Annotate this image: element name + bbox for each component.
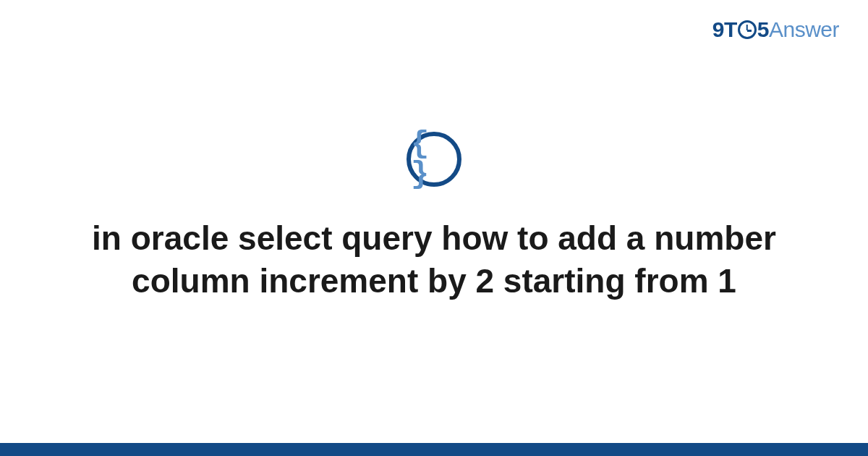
bottom-accent-bar (0, 443, 868, 456)
category-icon-container: { } (407, 132, 461, 187)
page-title: in oracle select query how to add a numb… (72, 217, 796, 303)
main-content: { } in oracle select query how to add a … (0, 0, 868, 456)
code-braces-icon: { } (411, 129, 457, 190)
